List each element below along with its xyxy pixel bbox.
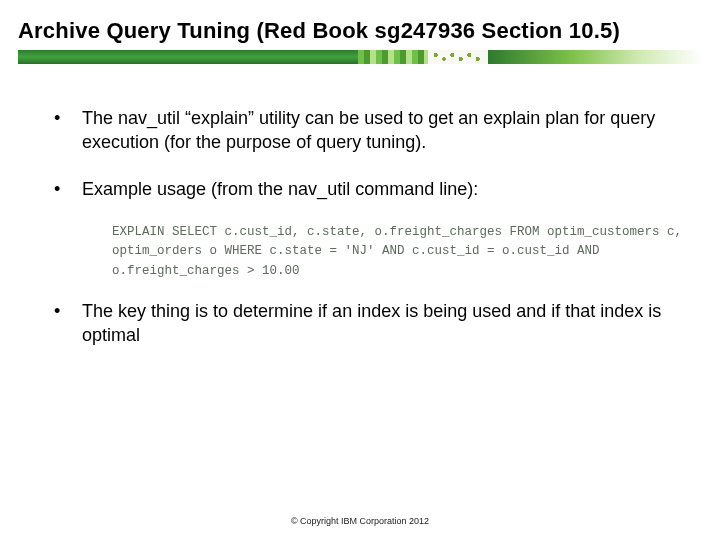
bullet-text: The key thing is to determine if an inde…	[82, 301, 661, 345]
code-block: EXPLAIN SELECT c.cust_id, c.state, o.fre…	[112, 223, 690, 281]
list-item: Example usage (from the nav_util command…	[48, 177, 690, 201]
bullet-list: The key thing is to determine if an inde…	[48, 299, 690, 348]
code-line: o.freight_charges > 10.00	[112, 264, 300, 278]
code-line: optim_orders o WHERE c.state = 'NJ' AND …	[112, 244, 600, 258]
content-area: The nav_util “explain” utility can be us…	[18, 106, 702, 348]
copyright-footer: © Copyright IBM Corporation 2012	[0, 516, 720, 526]
bullet-text: Example usage (from the nav_util command…	[82, 179, 478, 199]
divider-bar	[18, 50, 702, 64]
divider-segment	[18, 50, 358, 64]
list-item: The key thing is to determine if an inde…	[48, 299, 690, 348]
divider-segment	[488, 50, 702, 64]
divider-segment	[358, 50, 428, 64]
slide: Archive Query Tuning (Red Book sg247936 …	[0, 0, 720, 540]
code-line: EXPLAIN SELECT c.cust_id, c.state, o.fre…	[112, 225, 682, 239]
slide-title: Archive Query Tuning (Red Book sg247936 …	[18, 18, 702, 44]
divider-segment	[428, 50, 488, 64]
bullet-text: The nav_util “explain” utility can be us…	[82, 108, 655, 152]
list-item: The nav_util “explain” utility can be us…	[48, 106, 690, 155]
bullet-list: The nav_util “explain” utility can be us…	[48, 106, 690, 201]
